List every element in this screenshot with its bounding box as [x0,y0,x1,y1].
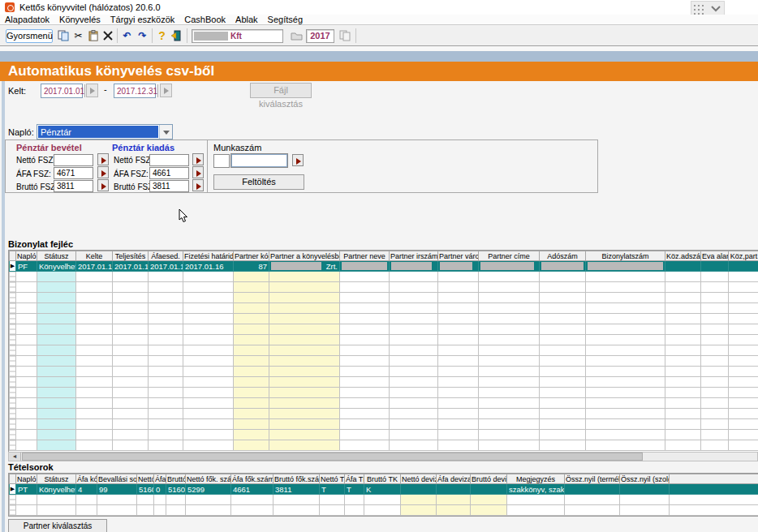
grid-cell[interactable] [340,324,390,335]
grid-cell[interactable] [507,495,565,505]
munkaszam-lookup-button[interactable] [292,154,304,166]
grid-cell[interactable] [586,272,665,282]
grid-cell[interactable] [540,356,586,367]
grid-cell[interactable] [540,293,586,303]
grid-cell[interactable]: T [320,484,345,495]
grid-cell[interactable] [320,495,345,505]
empty-row[interactable] [10,495,758,505]
grid-cell[interactable] [340,440,390,451]
grid-cell[interactable] [390,377,438,388]
grid-cell[interactable] [76,303,113,314]
empty-row[interactable] [10,356,758,367]
empty-row[interactable] [10,388,758,398]
empty-row[interactable] [10,505,758,516]
date-to-picker-button[interactable] [160,84,172,97]
grid-cell[interactable]: 2017.01.16 [183,261,234,272]
grid-cell[interactable] [113,314,149,324]
row-selector[interactable]: ▶ [10,261,16,272]
grid-cell[interactable]: 2017.01.16 [113,261,149,272]
kiadas-netto-input[interactable] [149,154,189,166]
grid-cell[interactable] [438,303,479,314]
grid-cell[interactable] [269,324,340,335]
grid-cell[interactable] [183,356,234,367]
menu-ablak[interactable]: Ablak [230,15,263,25]
grid-cell[interactable] [364,505,401,516]
grid-cell[interactable] [586,440,665,451]
grid-cell[interactable] [37,388,76,398]
grid-cell[interactable] [540,324,586,335]
grid-cell[interactable] [540,303,586,314]
grid-cell[interactable] [76,409,113,419]
empty-row[interactable] [10,367,758,377]
grid-cell[interactable] [113,388,149,398]
grid-cell[interactable] [586,335,665,345]
grid-cell[interactable] [76,293,113,303]
grid-cell[interactable] [540,430,586,440]
grid-cell[interactable] [479,419,540,430]
menu-segitseg[interactable]: Segítség [263,15,308,25]
quick-menu-button[interactable]: Gyorsmenü [6,29,53,43]
grid-cell[interactable] [183,272,234,282]
grid-cell[interactable] [113,409,149,419]
copy-icon[interactable] [56,28,70,43]
grid-cell[interactable] [183,419,234,430]
grid-cell[interactable] [149,409,183,419]
grid-cell[interactable] [76,367,113,377]
grid-cell[interactable] [401,495,437,505]
grid-cell[interactable] [390,272,438,282]
empty-row[interactable] [10,398,758,409]
tetelsorok-selected-row[interactable]: ▶ PT Könyvelhető 4 99 5160 0 5160 5299 4… [10,484,758,495]
grid-cell[interactable] [234,324,269,335]
grid-cell[interactable] [665,272,701,282]
grid-cell[interactable] [479,272,540,282]
grid-cell[interactable] [479,377,540,388]
empty-row[interactable] [10,335,758,345]
grid-cell[interactable] [113,356,149,367]
grid-cell[interactable] [729,345,758,356]
grid-cell[interactable] [665,377,701,388]
grid-cell[interactable] [390,282,438,293]
grid-cell-redacted[interactable] [479,261,540,272]
grid-cell[interactable] [269,398,340,409]
grid-cell[interactable] [231,495,273,505]
grid-cell[interactable] [183,398,234,409]
grid-cell[interactable] [729,430,758,440]
grid-cell[interactable] [437,484,471,495]
grid-cell[interactable] [438,367,479,377]
grid-cell[interactable] [16,398,37,409]
row-selector[interactable] [10,409,16,419]
grid-cell[interactable] [149,430,183,440]
grid-cell[interactable] [97,505,137,516]
grid-cell[interactable] [183,440,234,451]
grid-cell[interactable] [437,495,471,505]
grid-cell[interactable] [540,345,586,356]
grid-cell[interactable] [76,419,113,430]
grid-cell[interactable] [16,440,37,451]
grid-cell[interactable] [665,324,701,335]
naplo-combobox[interactable]: Pénztár [37,124,173,139]
grid-cell[interactable] [97,495,137,505]
year-field[interactable]: 2017 [306,29,334,43]
grid-cell[interactable] [149,398,183,409]
grid-cell[interactable] [340,367,390,377]
grid-cell[interactable] [665,293,701,303]
redo-icon[interactable]: ↷ [136,28,149,43]
grid-cell[interactable] [340,398,390,409]
grid-cell[interactable] [234,398,269,409]
grid-cell[interactable] [76,495,97,505]
row-selector[interactable] [10,335,16,345]
menu-targyi-eszkozok[interactable]: Tárgyi eszközök [106,15,179,25]
grid-cell[interactable] [16,505,37,516]
grid-cell[interactable] [269,282,340,293]
grid-cell[interactable] [37,282,76,293]
grid-cell[interactable] [479,398,540,409]
grid-cell[interactable] [390,303,438,314]
grid-cell[interactable] [234,440,269,451]
grid-cell[interactable] [401,484,437,495]
row-selector[interactable] [10,282,16,293]
grid-cell[interactable] [390,409,438,419]
grid-cell[interactable] [113,282,149,293]
grid-cell[interactable] [729,282,758,293]
grid-cell[interactable] [183,409,234,419]
cut-icon[interactable]: ✂ [71,28,85,43]
